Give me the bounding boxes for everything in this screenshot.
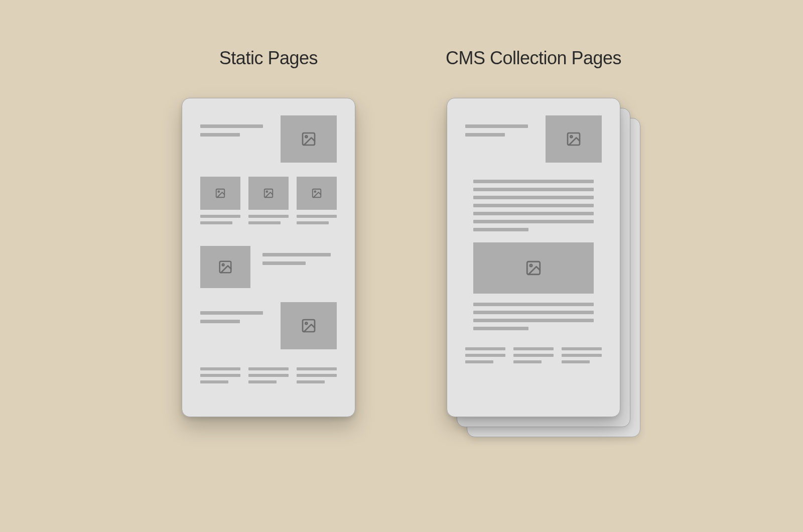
static-pages-column: Static Pages <box>182 48 355 417</box>
image-icon <box>263 188 274 199</box>
text-placeholder <box>465 347 505 350</box>
text-placeholder <box>473 303 594 306</box>
wireframe-row <box>200 177 337 228</box>
image-placeholder <box>281 115 337 163</box>
cms-page-card-stack <box>447 98 620 417</box>
text-placeholder <box>465 360 493 363</box>
text-placeholder <box>262 261 306 265</box>
static-page-card <box>182 98 355 417</box>
card-item <box>200 177 240 228</box>
text-placeholder <box>297 367 337 370</box>
text-placeholder <box>200 221 232 224</box>
text-placeholder <box>473 319 594 322</box>
text-placeholder <box>200 374 240 377</box>
text-placeholder <box>465 354 505 357</box>
image-icon <box>525 259 542 277</box>
svg-point-5 <box>266 191 267 192</box>
text-placeholder <box>200 367 240 370</box>
paragraph-placeholder <box>465 303 602 330</box>
text-placeholder <box>465 124 528 128</box>
image-placeholder <box>281 302 337 349</box>
text-placeholder <box>200 215 240 218</box>
text-placeholder <box>473 228 528 231</box>
text-placeholder <box>248 221 281 224</box>
image-icon <box>566 131 582 147</box>
footer-column <box>465 347 505 367</box>
wireframe-row <box>200 302 337 349</box>
text-placeholder <box>473 212 594 215</box>
text-placeholder <box>513 360 542 363</box>
svg-point-1 <box>305 136 307 138</box>
text-placeholder <box>473 220 594 223</box>
wireframe-row <box>200 246 337 288</box>
text-placeholder <box>248 380 277 383</box>
cms-pages-column: CMS Collection Pages <box>446 48 621 417</box>
text-placeholder <box>262 253 331 256</box>
paragraph-placeholder <box>465 180 602 231</box>
text-placeholder <box>200 124 263 128</box>
text-placeholder <box>473 196 594 199</box>
image-icon <box>311 188 322 199</box>
wireframe-row <box>200 367 337 387</box>
text-placeholder-group <box>200 115 269 142</box>
text-placeholder <box>473 180 594 183</box>
static-page-card-stack <box>182 98 355 417</box>
card-item <box>297 177 337 228</box>
text-placeholder <box>465 133 505 137</box>
text-placeholder <box>473 204 594 207</box>
image-placeholder <box>473 242 594 294</box>
image-icon <box>215 188 226 199</box>
text-placeholder <box>513 354 554 357</box>
text-placeholder <box>562 360 590 363</box>
wireframe-row <box>465 115 602 163</box>
cms-pages-title: CMS Collection Pages <box>446 48 621 69</box>
footer-column <box>200 367 240 387</box>
text-placeholder-group <box>465 115 533 142</box>
text-placeholder-group <box>200 302 269 328</box>
image-icon <box>218 259 233 275</box>
text-placeholder-group <box>262 246 337 270</box>
text-placeholder <box>248 367 289 370</box>
footer-column <box>562 347 602 367</box>
wireframe-row <box>465 347 602 367</box>
wireframe-row <box>200 115 337 163</box>
image-icon <box>301 131 317 147</box>
image-placeholder <box>200 177 240 210</box>
text-placeholder <box>473 311 594 314</box>
text-placeholder <box>200 133 240 137</box>
wireframe-row <box>465 242 602 294</box>
svg-point-9 <box>222 264 224 266</box>
image-placeholder <box>248 177 289 210</box>
text-placeholder <box>200 311 263 315</box>
image-placeholder <box>200 246 250 288</box>
footer-column <box>297 367 337 387</box>
text-placeholder <box>248 215 289 218</box>
svg-point-15 <box>530 264 532 267</box>
image-placeholder <box>546 115 602 163</box>
cms-page-card <box>447 98 620 417</box>
footer-column <box>248 367 289 387</box>
image-icon <box>301 318 317 334</box>
text-placeholder <box>297 374 337 377</box>
footer-column <box>513 347 554 367</box>
svg-point-11 <box>305 322 307 324</box>
text-placeholder <box>248 374 289 377</box>
text-placeholder <box>473 327 528 330</box>
text-placeholder <box>297 380 325 383</box>
text-placeholder <box>297 215 337 218</box>
text-placeholder <box>562 354 602 357</box>
text-placeholder <box>513 347 554 350</box>
text-placeholder <box>200 380 228 383</box>
svg-point-3 <box>218 191 219 192</box>
static-pages-title: Static Pages <box>219 48 318 69</box>
text-placeholder <box>297 221 329 224</box>
svg-point-13 <box>570 136 572 138</box>
card-item <box>248 177 289 228</box>
text-placeholder <box>473 188 594 191</box>
svg-point-7 <box>314 191 316 192</box>
text-placeholder <box>200 320 240 323</box>
text-placeholder <box>562 347 602 350</box>
image-placeholder <box>297 177 337 210</box>
